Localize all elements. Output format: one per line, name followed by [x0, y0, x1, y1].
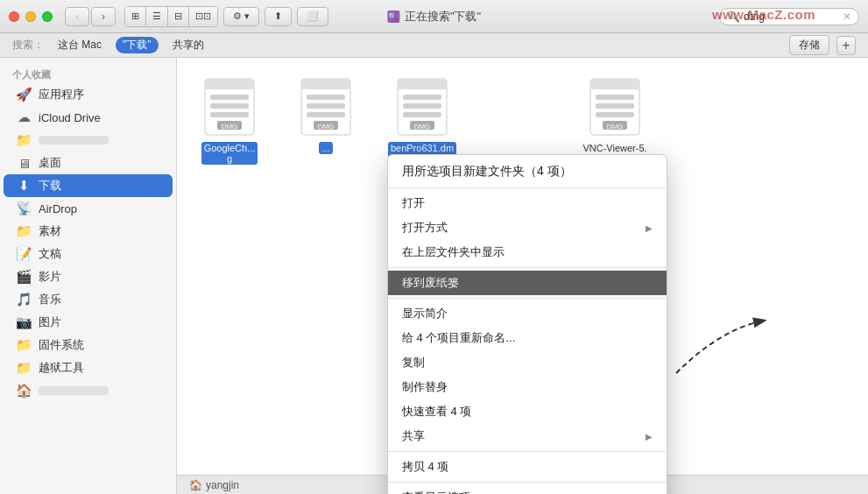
file-item-1[interactable]: DMG GoogleCh...g — [194, 75, 265, 165]
sidebar-item-icloud[interactable]: ☁ iCloud Drive — [4, 106, 173, 129]
view-icon-btn[interactable]: ⊞ — [125, 7, 146, 26]
ctx-trash[interactable]: 移到废纸篓 — [388, 271, 667, 295]
arrange-button[interactable]: ⚙ ▾ — [223, 7, 259, 26]
dmg-icon-svg-3: DMG — [394, 75, 450, 138]
file-icon-1: DMG — [198, 75, 261, 138]
close-button[interactable] — [9, 11, 19, 22]
arrange-arrow: ▾ — [244, 11, 250, 22]
add-button[interactable]: + — [836, 36, 856, 55]
view-list-btn[interactable]: ☰ — [146, 7, 168, 26]
ctx-quicklook-label: 快速查看 4 项 — [402, 404, 471, 420]
svg-rect-21 — [403, 112, 441, 117]
sidebar-item-label-desktop: 桌面 — [39, 155, 61, 171]
title-bar: ‹ › ⊞ ☰ ⊟ ⊡⊡ ⚙ ▾ ⬆ ⬜ 🔍 正在搜索"下载" www.MacZ… — [0, 0, 868, 33]
watermark: www.MacZ.com — [712, 7, 815, 22]
sidebar-item-docs[interactable]: 📝 文稿 — [4, 243, 173, 265]
ctx-copy-label: 复制 — [402, 355, 425, 370]
arrange-icon: ⚙ — [233, 11, 242, 22]
sidebar-item-materials[interactable]: 📁 素材 — [4, 220, 173, 243]
svg-rect-18 — [398, 84, 447, 89]
main-layout: 个人收藏 🚀 应用程序 ☁ iCloud Drive 📁 🖥 桌面 ⬇ 下载 📡… — [0, 58, 868, 494]
sidebar-item-label-apps: 应用程序 — [39, 87, 84, 102]
file-item-3[interactable]: DMG benPro631.dmg — [387, 75, 457, 165]
sidebar-item-downloads[interactable]: ⬇ 下载 — [4, 174, 173, 197]
ctx-share[interactable]: 共享 ▶ — [388, 424, 667, 448]
sidebar-item-label-icloud: iCloud Drive — [39, 111, 101, 124]
scope-this-mac[interactable]: 这台 Mac — [51, 37, 109, 53]
sidebar-item-blurred1[interactable]: 📁 — [4, 129, 173, 152]
view-cover-btn[interactable]: ⊡⊡ — [189, 7, 217, 26]
ctx-trash-label: 移到废纸篓 — [402, 275, 459, 291]
tag-icon: ⬜ — [307, 11, 319, 22]
ctx-copy-items[interactable]: 拷贝 4 项 — [388, 455, 667, 479]
sidebar-item-music[interactable]: 🎵 音乐 — [4, 288, 173, 311]
sidebar-item-blurred2[interactable]: 🏠 — [4, 379, 173, 402]
icloud-icon: ☁ — [16, 109, 32, 125]
sidebar-item-pictures[interactable]: 📷 图片 — [4, 311, 173, 334]
svg-rect-5 — [210, 112, 249, 117]
title-icon: 🔍 — [387, 11, 399, 23]
sidebar-item-label-materials: 素材 — [39, 223, 61, 239]
share-icon: ⬆ — [274, 11, 282, 22]
share-action-button[interactable]: ⬆ — [265, 7, 292, 26]
jailbreak-icon: 📁 — [16, 360, 32, 376]
file-item-2[interactable]: DMG ... — [291, 75, 361, 154]
ctx-rename-label: 给 4 个项目重新命名... — [402, 330, 515, 346]
user-label: yangjin — [206, 479, 239, 491]
ctx-sep-5 — [388, 482, 667, 483]
sidebar-item-label-docs: 文稿 — [39, 246, 61, 262]
ctx-new-folder[interactable]: 用所选项目新建文件夹（4 项） — [388, 159, 667, 185]
ctx-open-with-label: 打开方式 — [402, 220, 448, 236]
sidebar-item-jailbreak[interactable]: 📁 越狱工具 — [4, 356, 173, 379]
scope-shared[interactable]: 共享的 — [166, 37, 211, 53]
svg-rect-19 — [403, 95, 441, 100]
apps-icon: 🚀 — [16, 87, 32, 102]
file-icon-2: DMG — [294, 75, 357, 138]
downloads-icon: ⬇ — [16, 178, 32, 194]
ctx-view-options-label: 查看显示选项 — [402, 490, 470, 494]
ctx-sep-4 — [388, 451, 667, 452]
ctx-alias[interactable]: 制作替身 — [388, 375, 667, 399]
file-icon-4: DMG — [583, 75, 646, 138]
pictures-icon: 📷 — [16, 314, 32, 330]
search-label: 搜索： — [12, 38, 44, 53]
sidebar-item-desktop[interactable]: 🖥 桌面 — [4, 152, 173, 174]
ctx-view-options[interactable]: 查看显示选项 — [388, 485, 667, 494]
sidebar-item-firmware[interactable]: 📁 固件系统 — [4, 334, 173, 356]
minimize-button[interactable] — [25, 11, 36, 22]
content-area: DMG GoogleCh...g DMG — [177, 58, 868, 494]
view-controls: ⊞ ☰ ⊟ ⊡⊡ — [124, 6, 218, 27]
blurred2-icon: 🏠 — [16, 383, 32, 399]
svg-rect-12 — [307, 103, 345, 109]
desktop-icon: 🖥 — [16, 156, 32, 171]
maximize-button[interactable] — [42, 11, 53, 22]
ctx-open-with[interactable]: 打开方式 ▶ — [388, 215, 667, 240]
tag-button[interactable]: ⬜ — [297, 7, 328, 26]
sidebar: 个人收藏 🚀 应用程序 ☁ iCloud Drive 📁 🖥 桌面 ⬇ 下载 📡… — [0, 58, 177, 494]
ctx-quicklook[interactable]: 快速查看 4 项 — [388, 399, 667, 424]
ctx-rename[interactable]: 给 4 个项目重新命名... — [388, 326, 667, 350]
ctx-new-folder-label: 用所选项目新建文件夹（4 项） — [402, 164, 572, 180]
search-clear-icon[interactable]: ✕ — [843, 11, 851, 23]
ctx-info[interactable]: 显示简介 — [388, 301, 667, 326]
ctx-copy[interactable]: 复制 — [388, 350, 667, 375]
context-menu: 用所选项目新建文件夹（4 项） 打开 打开方式 ▶ 在上层文件夹中显示 移到废纸… — [387, 154, 667, 494]
view-column-btn[interactable]: ⊟ — [168, 7, 189, 26]
ctx-copy-items-label: 拷贝 4 项 — [402, 459, 448, 475]
scope-downloads[interactable]: "下载" — [116, 37, 159, 53]
svg-rect-29 — [596, 112, 634, 117]
back-button[interactable]: ‹ — [65, 7, 89, 26]
ctx-show-in-folder[interactable]: 在上层文件夹中显示 — [388, 240, 667, 265]
forward-button[interactable]: › — [91, 7, 116, 26]
save-button[interactable]: 存储 — [789, 35, 829, 55]
sidebar-item-apps[interactable]: 🚀 应用程序 — [4, 83, 173, 106]
movies-icon: 🎬 — [16, 269, 32, 285]
svg-rect-4 — [210, 103, 249, 109]
sidebar-item-airdrop[interactable]: 📡 AirDrop — [4, 197, 173, 220]
ctx-show-in-folder-label: 在上层文件夹中显示 — [402, 244, 505, 260]
sidebar-item-movies[interactable]: 🎬 影片 — [4, 265, 173, 288]
materials-icon: 📁 — [16, 223, 32, 239]
svg-rect-28 — [596, 103, 634, 109]
firmware-icon: 📁 — [16, 337, 32, 353]
ctx-open[interactable]: 打开 — [388, 191, 667, 215]
